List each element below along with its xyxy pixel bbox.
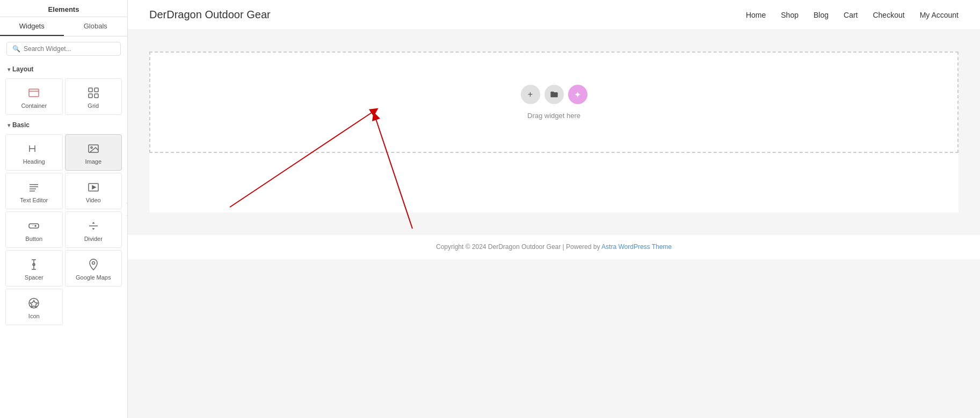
widget-image[interactable]: Image <box>65 134 122 171</box>
nav-checkout[interactable]: Checkout <box>873 11 904 19</box>
drop-buttons: + ✦ <box>521 85 587 104</box>
section-layout: Layout <box>0 61 127 76</box>
widget-icon-label: Icon <box>28 313 40 319</box>
svg-point-26 <box>92 262 95 265</box>
svg-marker-16 <box>92 186 96 189</box>
svg-rect-3 <box>95 88 98 92</box>
svg-rect-5 <box>95 94 98 98</box>
widget-grid-item[interactable]: Grid <box>65 78 122 115</box>
heading-icon <box>27 142 40 155</box>
widget-spacer-label: Spacer <box>25 274 43 281</box>
widget-spacer[interactable]: Spacer <box>5 250 63 287</box>
footer-text: Copyright © 2024 DerDragon Outdoor Gear … <box>436 243 601 251</box>
add-button[interactable]: + <box>521 85 540 104</box>
section-basic: Basic <box>0 117 127 132</box>
svg-rect-17 <box>29 224 39 228</box>
canvas: + ✦ Drag widget here <box>128 30 980 418</box>
svg-point-10 <box>91 147 92 149</box>
footer: Copyright © 2024 DerDragon Outdoor Gear … <box>128 234 980 259</box>
video-icon <box>87 181 100 194</box>
drop-label: Drag widget here <box>527 112 580 120</box>
folder-button[interactable] <box>545 85 564 104</box>
widget-video[interactable]: Video <box>65 173 122 209</box>
search-box: 🔍 <box>6 42 121 56</box>
widget-text-editor-label: Text Editor <box>20 197 48 203</box>
search-icon: 🔍 <box>12 45 20 53</box>
widget-container-label: Container <box>21 102 47 109</box>
widget-grid-label: Grid <box>88 102 99 109</box>
svg-rect-4 <box>89 94 92 98</box>
nav-shop[interactable]: Shop <box>781 11 798 19</box>
basic-widget-grid: Heading Image Text Editor <box>0 132 127 327</box>
container-icon <box>27 86 40 99</box>
tab-globals[interactable]: Globals <box>64 17 128 36</box>
text-editor-icon <box>27 181 40 194</box>
main-area: DerDragon Outdoor Gear Home Shop Blog Ca… <box>128 0 980 418</box>
widget-divider[interactable]: Divider <box>65 211 122 248</box>
spacer-icon <box>27 258 40 271</box>
sidebar: Elements Widgets Globals 🔍 Layout Contai… <box>0 0 128 418</box>
nav-home[interactable]: Home <box>746 11 766 19</box>
tabs-container: Widgets Globals <box>0 17 127 36</box>
widget-container[interactable]: Container <box>5 78 63 115</box>
image-icon <box>87 142 100 155</box>
magic-button[interactable]: ✦ <box>568 85 587 104</box>
button-icon <box>27 219 40 232</box>
site-title: DerDragon Outdoor Gear <box>149 9 271 21</box>
widget-google-maps[interactable]: Google Maps <box>65 250 122 287</box>
svg-rect-2 <box>89 88 92 92</box>
widget-icon[interactable]: Icon <box>5 289 63 325</box>
grid-icon <box>87 86 100 99</box>
svg-point-18 <box>35 225 36 226</box>
widget-heading[interactable]: Heading <box>5 134 63 171</box>
sidebar-title: Elements <box>0 0 127 17</box>
layout-widget-grid: Container Grid <box>0 76 127 117</box>
widget-text-editor[interactable]: Text Editor <box>5 173 63 209</box>
nav-cart[interactable]: Cart <box>844 11 858 19</box>
widget-video-label: Video <box>86 197 101 203</box>
canvas-inner: + ✦ Drag widget here <box>149 52 959 212</box>
icon-widget-icon <box>27 297 40 310</box>
widget-image-label: Image <box>85 158 101 165</box>
widget-google-maps-label: Google Maps <box>76 274 111 281</box>
divider-icon <box>87 219 100 232</box>
search-input[interactable] <box>24 45 115 53</box>
tab-widgets[interactable]: Widgets <box>0 17 64 36</box>
google-maps-icon <box>87 258 100 271</box>
footer-link[interactable]: Astra WordPress Theme <box>601 243 672 251</box>
svg-rect-0 <box>29 89 39 97</box>
top-nav: DerDragon Outdoor Gear Home Shop Blog Ca… <box>128 0 980 30</box>
nav-blog[interactable]: Blog <box>814 11 829 19</box>
widget-heading-label: Heading <box>23 158 45 165</box>
folder-icon <box>550 90 558 99</box>
drop-zone[interactable]: + ✦ Drag widget here <box>149 52 959 153</box>
widget-button[interactable]: Button <box>5 211 63 248</box>
widget-button-label: Button <box>25 236 42 242</box>
nav-links: Home Shop Blog Cart Checkout My Account <box>746 11 959 19</box>
nav-my-account[interactable]: My Account <box>920 11 959 19</box>
widget-divider-label: Divider <box>84 236 103 242</box>
